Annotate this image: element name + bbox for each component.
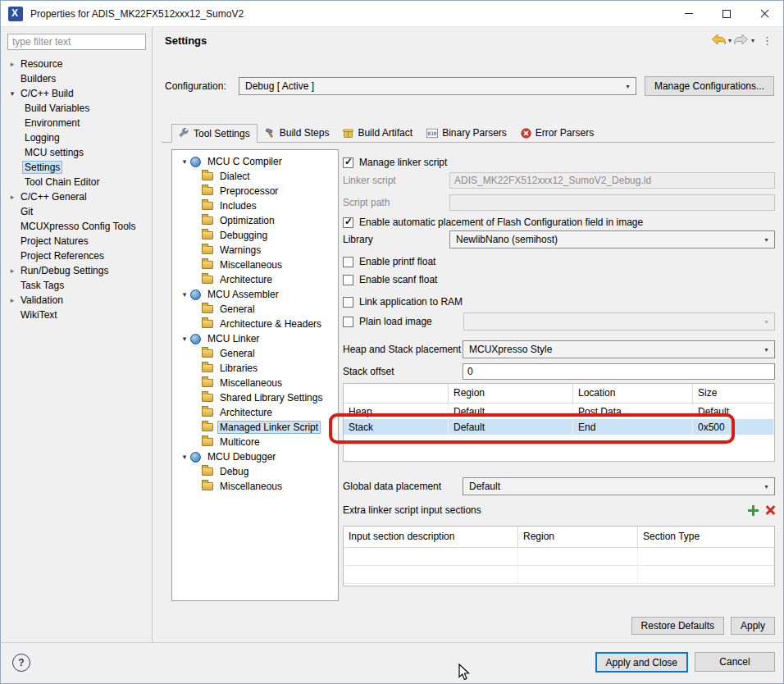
table-row-empty[interactable] xyxy=(344,566,774,584)
maximize-button[interactable] xyxy=(708,1,745,27)
sidebar-item-git[interactable]: Git xyxy=(1,204,152,219)
sidebar-item-resource[interactable]: Resource xyxy=(1,57,152,71)
column-header-region: Region xyxy=(518,527,638,547)
tool-item-debugging[interactable]: Debugging xyxy=(172,228,338,243)
empty-cell xyxy=(344,548,518,565)
tool-item-mcu-c-compiler[interactable]: MCU C Compiler xyxy=(172,154,338,169)
tool-item-mcu-linker[interactable]: MCU Linker xyxy=(172,331,338,346)
tool-item-warnings[interactable]: Warnings xyxy=(172,243,338,258)
extra-sections-table: Input section description Region Section… xyxy=(343,526,775,586)
heap-stack-placement-select[interactable]: MCUXpresso Style xyxy=(463,340,775,358)
chevron-right-icon[interactable] xyxy=(7,263,18,278)
forward-dropdown-icon[interactable] xyxy=(750,37,755,44)
chevron-down-icon[interactable] xyxy=(179,331,190,346)
forward-arrow-icon[interactable] xyxy=(734,34,749,48)
chevron-down-icon[interactable] xyxy=(179,287,190,302)
tool-item-shared-library-settings[interactable]: Shared Library Settings xyxy=(172,390,338,405)
manage-linker-script-checkbox[interactable] xyxy=(343,157,353,168)
tool-item-libraries[interactable]: Libraries xyxy=(172,361,338,376)
tool-item-mcu-assembler[interactable]: MCU Assembler xyxy=(172,287,338,302)
panel-buttons: Restore Defaults Apply xyxy=(631,617,775,635)
chevron-right-icon[interactable] xyxy=(7,189,18,204)
tool-item-general-assembler[interactable]: General xyxy=(172,302,338,317)
apply-and-close-button[interactable]: Apply and Close xyxy=(595,652,688,673)
global-data-placement-select[interactable]: Default xyxy=(463,477,775,495)
tool-item-mcu-debugger[interactable]: MCU Debugger xyxy=(172,449,338,464)
filter-input[interactable] xyxy=(7,34,146,50)
close-button[interactable] xyxy=(745,1,783,27)
sidebar-item-cpp-general[interactable]: C/C++ General xyxy=(1,189,152,204)
sidebar-item-validation[interactable]: Validation xyxy=(1,293,152,308)
tool-item-debug[interactable]: Debug xyxy=(172,464,338,479)
tab-error-parsers[interactable]: Error Parsers xyxy=(514,124,600,142)
scanf-float-checkbox[interactable] xyxy=(343,275,353,285)
sidebar-item-mcu-settings[interactable]: MCU settings xyxy=(1,145,152,160)
library-select[interactable]: NewlibNano (semihost) xyxy=(449,230,775,249)
link-to-ram-checkbox[interactable] xyxy=(343,297,353,308)
table-row-empty[interactable] xyxy=(344,548,774,566)
chevron-right-icon[interactable] xyxy=(7,57,18,71)
chevron-down-icon[interactable] xyxy=(179,154,190,169)
sidebar-item-build-variables[interactable]: Build Variables xyxy=(1,101,152,116)
sidebar-item-settings[interactable]: Settings xyxy=(1,160,152,175)
help-button[interactable] xyxy=(12,654,30,672)
configuration-value: Debug [ Active ] xyxy=(245,80,314,92)
plain-load-image-label: Plain load image xyxy=(359,316,463,327)
tool-item-architecture-linker[interactable]: Architecture xyxy=(172,405,338,420)
sidebar-item-tool-chain-editor[interactable]: Tool Chain Editor xyxy=(1,175,152,189)
sidebar-item-run-debug-settings[interactable]: Run/Debug Settings xyxy=(1,263,152,278)
sidebar-item-task-tags[interactable]: Task Tags xyxy=(1,278,152,293)
tool-item-miscellaneous-compiler[interactable]: Miscellaneous xyxy=(172,258,338,272)
tool-item-general-linker[interactable]: General xyxy=(172,346,338,361)
printf-float-checkbox[interactable] xyxy=(343,257,353,267)
sidebar-item-cpp-build[interactable]: C/C++ Build xyxy=(1,86,152,101)
delete-section-icon[interactable] xyxy=(765,505,775,515)
tool-item-multicore[interactable]: Multicore xyxy=(172,435,338,449)
configuration-select[interactable]: Debug [ Active ] xyxy=(239,77,636,95)
tab-build-steps[interactable]: Build Steps xyxy=(258,124,336,142)
tool-item-optimization[interactable]: Optimization xyxy=(172,213,338,228)
tab-tool-settings[interactable]: Tool Settings xyxy=(171,124,258,143)
settings-folder-icon xyxy=(202,423,213,431)
add-section-icon[interactable] xyxy=(748,505,759,516)
view-menu-icon[interactable] xyxy=(762,34,773,47)
auto-flash-config-checkbox[interactable] xyxy=(343,217,353,228)
settings-folder-icon xyxy=(202,320,213,328)
settings-folder-icon xyxy=(202,364,213,372)
manage-configurations-button[interactable]: Manage Configurations... xyxy=(645,76,774,96)
chevron-right-icon[interactable] xyxy=(7,293,18,308)
back-arrow-icon[interactable] xyxy=(711,34,726,48)
sidebar-item-mcuxpresso-config-tools[interactable]: MCUXpresso Config Tools xyxy=(1,219,152,234)
tool-item-preprocessor[interactable]: Preprocessor xyxy=(172,184,338,198)
tool-item-miscellaneous-linker[interactable]: Miscellaneous xyxy=(172,376,338,390)
tool-item-managed-linker-script[interactable]: Managed Linker Script xyxy=(172,420,338,435)
back-dropdown-icon[interactable] xyxy=(727,37,732,44)
sidebar-item-logging[interactable]: Logging xyxy=(1,130,152,145)
tool-item-includes[interactable]: Includes xyxy=(172,198,338,213)
tool-item-dialect[interactable]: Dialect xyxy=(172,169,338,184)
tool-item-label: Libraries xyxy=(217,362,260,375)
table-row-stack[interactable]: Stack Default End 0x500 xyxy=(344,419,774,435)
sidebar-item-builders[interactable]: Builders xyxy=(1,71,152,86)
table-row-heap[interactable]: Heap Default Post Data Default xyxy=(344,404,774,419)
stack-offset-field[interactable] xyxy=(463,363,775,380)
tool-item-architecture-headers[interactable]: Architecture & Headers xyxy=(172,317,338,331)
cancel-button[interactable]: Cancel xyxy=(695,652,775,672)
sidebar-item-project-natures[interactable]: Project Natures xyxy=(1,234,152,249)
plain-load-image-checkbox[interactable] xyxy=(343,317,353,327)
sidebar-item-wikitext[interactable]: WikiText xyxy=(1,308,152,322)
tab-build-artifact[interactable]: Build Artifact xyxy=(336,124,419,142)
chevron-down-icon[interactable] xyxy=(179,449,190,464)
restore-defaults-button[interactable]: Restore Defaults xyxy=(631,617,724,635)
chevron-down-icon[interactable] xyxy=(7,86,18,101)
apply-button[interactable]: Apply xyxy=(731,617,775,635)
sidebar-item-environment[interactable]: Environment xyxy=(1,116,152,130)
minimize-button[interactable] xyxy=(670,1,708,27)
tool-item-miscellaneous-debugger[interactable]: Miscellaneous xyxy=(172,479,338,494)
binary-icon: 010 xyxy=(426,128,438,139)
settings-folder-icon xyxy=(202,202,213,210)
tab-binary-parsers[interactable]: 010 Binary Parsers xyxy=(420,124,513,142)
sidebar-item-project-references[interactable]: Project References xyxy=(1,249,152,263)
tool-category-icon xyxy=(190,334,201,344)
tool-item-architecture-compiler[interactable]: Architecture xyxy=(172,272,338,287)
